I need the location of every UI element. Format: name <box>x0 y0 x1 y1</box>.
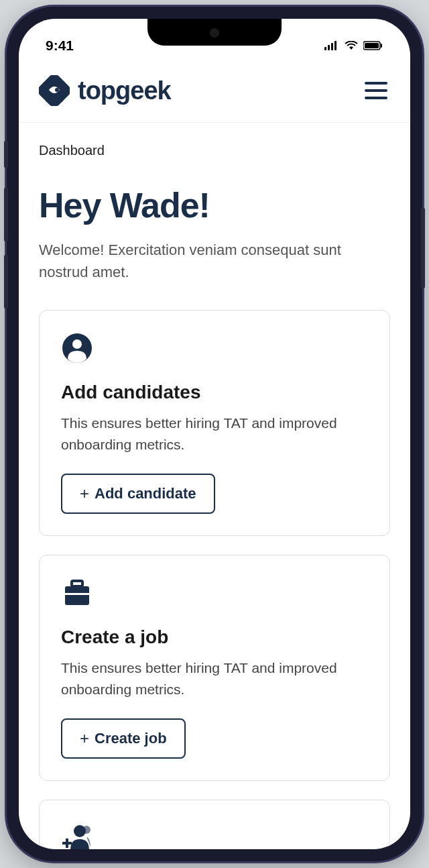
svg-rect-12 <box>65 586 89 605</box>
side-button <box>4 141 8 168</box>
svg-rect-1 <box>328 45 330 50</box>
add-candidate-button[interactable]: + Add candidate <box>61 474 215 514</box>
svg-point-8 <box>55 88 59 92</box>
phone-frame: 9:41 <box>7 7 422 861</box>
create-job-card: Create a job This ensures better hiring … <box>39 555 390 781</box>
add-candidates-card: Add candidates This ensures better hirin… <box>39 310 390 536</box>
svg-rect-2 <box>331 43 333 50</box>
battery-icon <box>363 41 383 50</box>
logo-icon <box>39 75 70 106</box>
svg-rect-6 <box>381 44 382 48</box>
menu-button[interactable] <box>362 79 390 102</box>
plus-icon: + <box>80 484 89 503</box>
signal-icon <box>324 41 339 50</box>
svg-rect-13 <box>65 593 89 595</box>
hamburger-line <box>365 97 387 99</box>
person-add-icon <box>61 822 93 849</box>
phone-notch <box>147 19 282 46</box>
card-title: Create a job <box>61 627 368 648</box>
svg-point-10 <box>72 339 82 349</box>
wifi-icon <box>345 41 358 50</box>
breadcrumb[interactable]: Dashboard <box>39 143 390 158</box>
hamburger-line <box>365 82 387 85</box>
user-circle-icon <box>61 332 93 364</box>
logo[interactable]: topgeek <box>39 75 171 106</box>
button-label: Create job <box>95 730 167 747</box>
phone-screen: 9:41 <box>19 19 410 849</box>
main-content: Dashboard Hey Wade! Welcome! Exercitatio… <box>19 123 410 849</box>
hamburger-line <box>365 89 387 92</box>
card-title: Add candidates <box>61 382 368 403</box>
card-description: This ensures better hiring TAT and impro… <box>61 413 368 455</box>
status-icons <box>324 41 383 50</box>
side-button <box>421 208 425 288</box>
svg-point-15 <box>82 826 90 834</box>
briefcase-icon <box>61 577 93 609</box>
side-button <box>4 188 8 241</box>
app-header: topgeek <box>19 59 410 123</box>
page-subtitle: Welcome! Exercitation veniam consequat s… <box>39 239 390 283</box>
button-label: Add candidate <box>95 485 196 502</box>
side-button <box>4 255 8 309</box>
page-title: Hey Wade! <box>39 185 390 225</box>
svg-rect-3 <box>334 41 336 50</box>
svg-rect-17 <box>66 838 68 848</box>
svg-rect-0 <box>324 47 326 50</box>
plus-icon: + <box>80 729 89 748</box>
logo-text: topgeek <box>78 76 171 105</box>
svg-rect-11 <box>72 581 82 586</box>
svg-rect-5 <box>365 43 379 48</box>
card-description: This ensures better hiring TAT and impro… <box>61 657 368 700</box>
add-person-card <box>39 800 390 849</box>
create-job-button[interactable]: + Create job <box>61 718 186 759</box>
status-time: 9:41 <box>46 38 74 54</box>
